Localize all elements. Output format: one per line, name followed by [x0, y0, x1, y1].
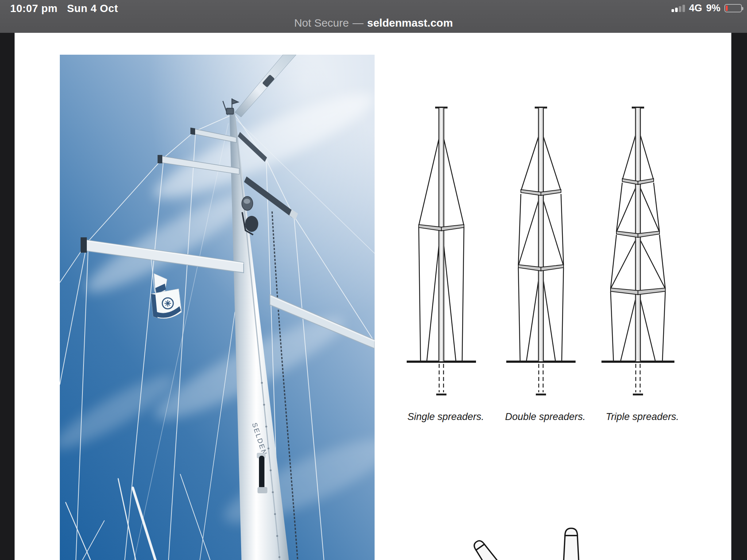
diagram-triple-spreaders [598, 98, 678, 405]
status-bar: 10:07 pm Sun 4 Oct 4G 9% [0, 0, 747, 13]
network-type-label: 4G [689, 3, 702, 14]
mast-heel-dashed [439, 364, 444, 392]
security-warning-label: Not Secure [294, 17, 349, 29]
caption-triple-spreaders: Triple spreaders. [606, 411, 679, 423]
diagram-double-spreaders [501, 98, 581, 405]
mast-column [538, 108, 543, 362]
url-domain-label: seldenmast.com [367, 17, 453, 29]
ipad-screen: 10:07 pm Sun 4 Oct 4G 9% Not Secure — se… [0, 0, 747, 560]
address-bar[interactable]: Not Secure — seldenmast.com [0, 13, 747, 33]
caption-single-spreaders: Single spreaders. [407, 411, 484, 423]
mast-photo: SELDEN [60, 55, 375, 560]
battery-icon [724, 4, 742, 12]
page-surround: SELDEN [0, 33, 747, 560]
address-separator: — [352, 17, 363, 29]
caption-double-spreaders: Double spreaders. [505, 411, 586, 423]
browser-chrome: 10:07 pm Sun 4 Oct 4G 9% Not Secure — se… [0, 0, 747, 33]
web-page: SELDEN [15, 33, 731, 560]
battery-percent-label: 9% [706, 3, 720, 14]
mast-heel-dashed [636, 364, 640, 392]
diagram-tilted-mast-top [460, 537, 508, 560]
diagram-straight-mast-top [557, 526, 587, 560]
cellular-signal-icon [671, 4, 685, 13]
mast-column [439, 108, 444, 362]
diagram-single-spreaders [401, 98, 481, 405]
mast-heel-dashed [539, 364, 543, 392]
